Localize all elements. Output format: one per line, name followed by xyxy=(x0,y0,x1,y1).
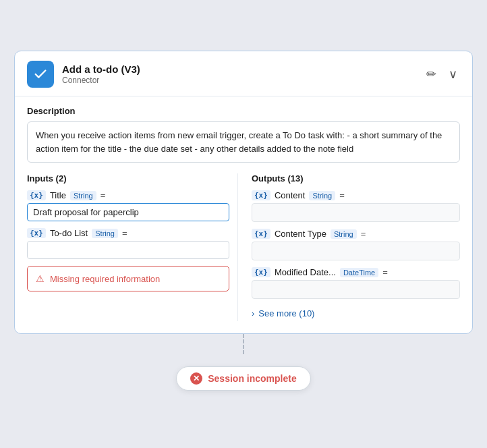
todo-list-field-group: {x} To-do List String = xyxy=(27,228,229,259)
content-field-group: {x} Content String = xyxy=(252,190,460,222)
description-text: When you receive action items from new e… xyxy=(27,121,460,163)
content-field-name: Content xyxy=(275,190,306,200)
title-input[interactable] xyxy=(27,203,229,221)
see-more-label: See more (10) xyxy=(258,308,314,318)
title-field-group: {x} Title String = xyxy=(27,190,229,221)
content-var-badge: {x} xyxy=(252,190,270,200)
todo-type-badge: String xyxy=(92,229,118,238)
content-type-input[interactable] xyxy=(252,242,460,260)
connector-line xyxy=(243,334,244,354)
app-subtitle: Connector xyxy=(62,76,140,85)
app-icon xyxy=(27,61,54,88)
card-body: Description When you receive action item… xyxy=(15,96,472,333)
content-type-var-badge: {x} xyxy=(252,229,270,239)
modified-date-field-name: Modified Date... xyxy=(275,267,336,277)
outputs-title: Outputs (13) xyxy=(252,173,460,184)
title-var-badge: {x} xyxy=(27,190,46,200)
todo-field-name: To-do List xyxy=(50,228,88,238)
app-info: Add a to-do (V3) Connector xyxy=(62,63,140,85)
session-text: Session incomplete xyxy=(208,373,296,384)
modified-date-equals: = xyxy=(382,267,388,277)
modified-date-type-badge: DateTime xyxy=(340,268,378,277)
todo-list-input[interactable] xyxy=(27,241,229,259)
title-label-row: {x} Title String = xyxy=(27,190,229,200)
content-input[interactable] xyxy=(252,203,460,222)
content-type-equals: = xyxy=(361,229,366,239)
content-equals: = xyxy=(339,190,345,200)
see-more-button[interactable]: › See more (10) xyxy=(252,306,460,321)
error-message: Missing required information xyxy=(50,274,160,284)
error-box: ⚠ Missing required information xyxy=(27,266,229,291)
io-row: Inputs (2) {x} Title String = xyxy=(27,173,460,321)
page-wrapper: Add a to-do (V3) Connector ✏ ∨ Descripti… xyxy=(0,37,487,411)
expand-button[interactable]: ∨ xyxy=(446,65,460,83)
app-title: Add a to-do (V3) xyxy=(62,63,140,75)
modified-date-var-badge: {x} xyxy=(252,267,270,277)
todo-var-badge: {x} xyxy=(27,228,46,238)
title-field-name: Title xyxy=(50,190,66,200)
inputs-column: Inputs (2) {x} Title String = xyxy=(27,173,238,321)
error-triangle-icon: ⚠ xyxy=(36,273,45,284)
chevron-right-icon: › xyxy=(252,308,254,318)
header-left: Add a to-do (V3) Connector xyxy=(27,61,140,88)
card-header: Add a to-do (V3) Connector ✏ ∨ xyxy=(15,51,472,96)
header-actions: ✏ ∨ xyxy=(424,65,460,83)
content-type-field-group: {x} Content Type String = xyxy=(252,229,460,260)
title-equals: = xyxy=(101,190,106,200)
modified-date-label-row: {x} Modified Date... DateTime = xyxy=(252,267,460,277)
content-type-badge: String xyxy=(309,191,335,200)
content-type-label-row: {x} Content Type String = xyxy=(252,229,460,239)
modified-date-field-group: {x} Modified Date... DateTime = xyxy=(252,267,460,299)
description-label: Description xyxy=(27,106,460,116)
outputs-column: Outputs (13) {x} Content String = xyxy=(249,173,460,321)
title-type-badge: String xyxy=(70,191,96,200)
content-label-row: {x} Content String = xyxy=(252,190,460,200)
edit-button[interactable]: ✏ xyxy=(424,65,439,83)
content-type-type-badge: String xyxy=(331,229,357,239)
inputs-title: Inputs (2) xyxy=(27,173,229,184)
content-type-field-name: Content Type xyxy=(275,229,326,239)
session-error-icon: ✕ xyxy=(190,372,202,385)
session-badge: ✕ Session incomplete xyxy=(176,366,310,391)
todo-label-row: {x} To-do List String = xyxy=(27,228,229,238)
modified-date-input[interactable] xyxy=(252,280,460,299)
todo-equals: = xyxy=(122,228,127,238)
action-card: Add a to-do (V3) Connector ✏ ∨ Descripti… xyxy=(14,51,473,334)
checkmark-icon xyxy=(33,67,48,82)
